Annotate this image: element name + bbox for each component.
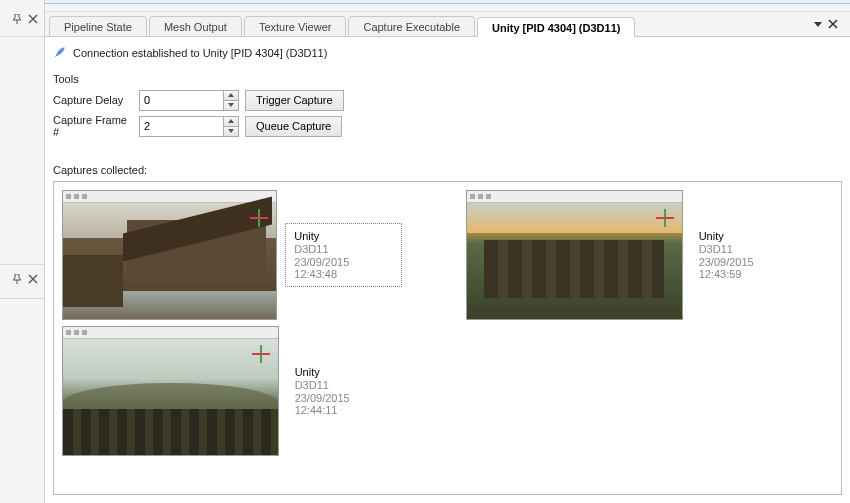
capture-name: Unity (699, 230, 798, 242)
queue-capture-button[interactable]: Queue Capture (245, 116, 342, 137)
close-tab-icon[interactable] (826, 17, 840, 31)
spinner-down-icon[interactable] (224, 100, 238, 110)
capture-meta: Unity D3D11 23/09/2015 12:43:59 (691, 224, 806, 286)
capture-item[interactable]: Unity D3D11 23/09/2015 12:43:59 (466, 190, 806, 320)
tab-pipeline-state[interactable]: Pipeline State (49, 16, 147, 36)
feather-icon (53, 45, 67, 61)
capture-api: D3D11 (294, 243, 393, 255)
captures-list[interactable]: Unity D3D11 23/09/2015 12:43:48 Unity D (53, 181, 842, 495)
pin-icon[interactable] (10, 12, 24, 26)
capture-delay-stepper[interactable] (139, 90, 239, 111)
spinner-up-icon[interactable] (224, 91, 238, 100)
tab-menu-dropdown-icon[interactable] (814, 22, 822, 27)
capture-frame-input[interactable] (140, 117, 223, 136)
capture-api: D3D11 (699, 243, 798, 255)
tools-section-label: Tools (53, 73, 842, 85)
trigger-capture-button[interactable]: Trigger Capture (245, 90, 344, 111)
capture-item[interactable]: Unity D3D11 23/09/2015 12:44:11 (62, 326, 402, 456)
tab-unity-process[interactable]: Unity [PID 4304] (D3D11) (477, 17, 635, 37)
toolbar-spacer (45, 4, 850, 12)
connection-status-row: Connection established to Unity [PID 430… (53, 43, 842, 63)
capture-frame-stepper[interactable] (139, 116, 239, 137)
tab-capture-executable[interactable]: Capture Executable (348, 16, 475, 36)
capture-name: Unity (294, 230, 393, 242)
close-icon[interactable] (26, 12, 40, 26)
tab-mesh-output[interactable]: Mesh Output (149, 16, 242, 36)
connection-status-text: Connection established to Unity [PID 430… (73, 47, 327, 59)
capture-meta: Unity D3D11 23/09/2015 12:43:48 (285, 223, 402, 287)
spinner-down-icon[interactable] (224, 126, 238, 136)
capture-frame-label: Capture Frame # (53, 114, 133, 138)
left-dock-gutter (0, 0, 45, 503)
capture-timestamp: 23/09/2015 12:44:11 (295, 392, 394, 416)
capture-delay-input[interactable] (140, 91, 223, 110)
capture-delay-label: Capture Delay (53, 94, 133, 106)
tab-texture-viewer[interactable]: Texture Viewer (244, 16, 347, 36)
pin-icon[interactable] (10, 272, 24, 286)
capture-api: D3D11 (295, 379, 394, 391)
tab-bar: Pipeline State Mesh Output Texture Viewe… (45, 12, 850, 36)
capture-timestamp: 23/09/2015 12:43:59 (699, 256, 798, 280)
capture-timestamp: 23/09/2015 12:43:48 (294, 256, 393, 280)
captures-collected-label: Captures collected: (53, 164, 842, 176)
capture-meta: Unity D3D11 23/09/2015 12:44:11 (287, 360, 402, 422)
capture-name: Unity (295, 366, 394, 378)
capture-thumbnail (62, 326, 279, 456)
capture-item[interactable]: Unity D3D11 23/09/2015 12:43:48 (62, 190, 402, 320)
capture-thumbnail (466, 190, 683, 320)
capture-thumbnail (62, 190, 277, 320)
close-icon[interactable] (26, 272, 40, 286)
spinner-up-icon[interactable] (224, 117, 238, 126)
